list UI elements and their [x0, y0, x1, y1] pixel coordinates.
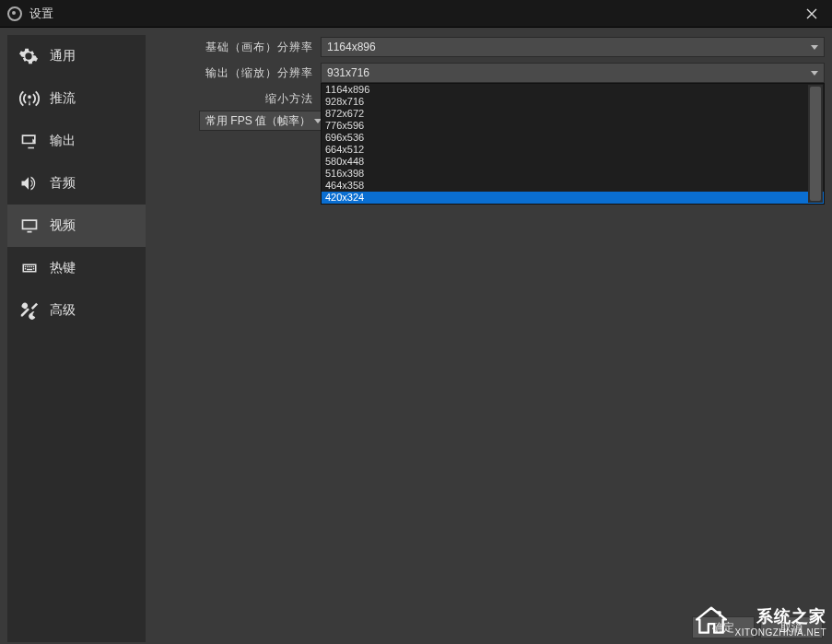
- resolution-dropdown[interactable]: 1164x896928x716872x672776x596696x536664x…: [321, 83, 825, 205]
- tools-icon: [18, 299, 46, 322]
- sidebar-item-label: 通用: [50, 48, 76, 64]
- bottom-bar: 确定 取消: [686, 616, 823, 638]
- row-base-resolution: 基础（画布）分辨率 1164x896: [155, 35, 825, 59]
- sidebar-item-advanced[interactable]: 高级: [7, 289, 146, 332]
- output-icon: [18, 130, 46, 152]
- dropdown-scrollbar-thumb[interactable]: [810, 87, 821, 201]
- dropdown-option[interactable]: 776x596: [322, 120, 824, 132]
- dropdown-option[interactable]: 464x358: [322, 180, 824, 192]
- dropdown-option[interactable]: 580x448: [322, 156, 824, 168]
- row-output-resolution: 输出（缩放）分辨率 931x716: [155, 61, 825, 85]
- main-area: 基础（画布）分辨率 1164x896 输出（缩放）分辨率 931x716 缩小方…: [146, 35, 825, 642]
- app-icon: [7, 6, 22, 21]
- gear-icon: [18, 45, 46, 67]
- broadcast-icon: [18, 88, 46, 110]
- dropdown-option[interactable]: 516x398: [322, 168, 824, 180]
- sidebar: 通用 推流 输出 音频 视频: [7, 35, 146, 642]
- sidebar-item-label: 输出: [50, 133, 76, 149]
- dropdown-option[interactable]: 1164x896: [322, 84, 824, 96]
- sidebar-item-general[interactable]: 通用: [7, 35, 146, 77]
- fps-label: 常用 FPS 值（帧率）: [205, 113, 314, 129]
- sidebar-item-stream[interactable]: 推流: [7, 77, 146, 120]
- sidebar-item-label: 高级: [50, 302, 76, 319]
- sidebar-item-label: 热键: [50, 260, 76, 276]
- base-resolution-label: 基础（画布）分辨率: [155, 40, 321, 55]
- sidebar-item-output[interactable]: 输出: [7, 120, 146, 162]
- base-resolution-value: 1164x896: [327, 41, 811, 53]
- window-title: 设置: [29, 6, 799, 22]
- base-resolution-combo[interactable]: 1164x896: [321, 37, 825, 57]
- dropdown-option[interactable]: 664x512: [322, 144, 824, 156]
- monitor-icon: [18, 215, 46, 237]
- dropdown-option[interactable]: 420x324: [322, 192, 824, 204]
- ok-button[interactable]: 确定: [692, 616, 755, 638]
- chevron-down-icon: [811, 71, 818, 76]
- speaker-icon: [18, 172, 46, 194]
- dropdown-option[interactable]: 928x716: [322, 96, 824, 108]
- sidebar-item-label: 推流: [50, 90, 76, 107]
- sidebar-item-hotkeys[interactable]: 热键: [7, 247, 146, 289]
- sidebar-item-label: 视频: [50, 217, 76, 234]
- dropdown-option[interactable]: 872x672: [322, 108, 824, 120]
- close-button[interactable]: [799, 3, 825, 25]
- window-body: 通用 推流 输出 音频 视频: [0, 28, 832, 644]
- dropdown-scrollbar[interactable]: [808, 85, 823, 203]
- sidebar-item-video[interactable]: 视频: [7, 205, 146, 247]
- dropdown-option[interactable]: 696x536: [322, 132, 824, 144]
- fps-combo[interactable]: 常用 FPS 值（帧率）: [199, 111, 328, 131]
- sidebar-item-label: 音频: [50, 175, 76, 192]
- output-resolution-label: 输出（缩放）分辨率: [155, 65, 321, 81]
- output-resolution-combo[interactable]: 931x716: [321, 63, 825, 83]
- title-bar: 设置: [0, 0, 832, 28]
- output-resolution-value: 931x716: [327, 66, 811, 79]
- sidebar-item-audio[interactable]: 音频: [7, 162, 146, 205]
- chevron-down-icon: [811, 45, 818, 50]
- keyboard-icon: [18, 257, 46, 279]
- scale-method-label: 缩小方法: [155, 91, 321, 107]
- cancel-button[interactable]: 取消: [760, 616, 823, 638]
